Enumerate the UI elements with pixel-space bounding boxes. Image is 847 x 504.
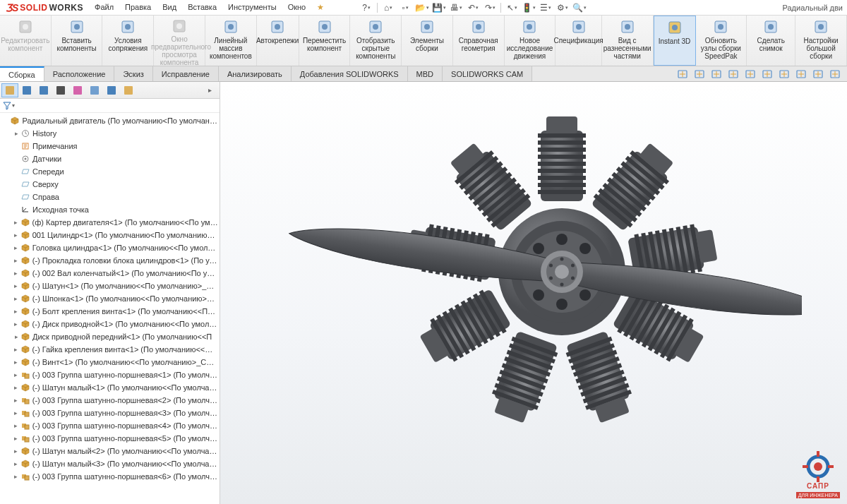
menu-инструменты[interactable]: Инструменты [222, 1, 282, 14]
ribbon-assembly-features-icon[interactable]: Элементы сборки [402, 16, 453, 66]
tree-row[interactable]: ▸(-) 003 Группа шатунно-поршневая<4> (По… [0, 419, 220, 432]
tab-4[interactable]: Анализировать [219, 66, 292, 81]
ribbon-snapshot-icon[interactable]: Сделать снимок [747, 16, 795, 66]
tab-2[interactable]: Эскиз [114, 66, 152, 81]
property-icon[interactable] [18, 83, 35, 97]
expander-icon[interactable]: ▸ [13, 308, 20, 315]
display-icon[interactable] [52, 83, 69, 97]
expander-icon[interactable]: ▸ [13, 130, 20, 137]
select-icon[interactable]: ↖▾ [503, 1, 520, 15]
ribbon-motion-study-icon[interactable]: Новое исследование движения [505, 16, 556, 66]
orient-icon[interactable] [726, 68, 741, 80]
tab-1[interactable]: Расположение [44, 66, 115, 81]
expander-icon[interactable]: ▸ [13, 219, 20, 226]
expander-icon[interactable]: ▸ [13, 435, 20, 442]
new-icon[interactable]: ▫▾ [397, 1, 414, 15]
tab-6[interactable]: MBD [408, 66, 443, 81]
tree-row[interactable]: ▸(ф) Картер двигателя<1> (По умолчанию<<… [0, 216, 220, 229]
tree-row[interactable]: ▸(-) Шатун малый<3> (По умолчанию<<По ум… [0, 457, 220, 470]
expander-icon[interactable]: ▸ [13, 320, 20, 328]
expander-icon[interactable]: ▸ [13, 384, 20, 391]
tree-row[interactable]: ▸Головка цилиндра<1> (По умолчанию<<По у… [0, 241, 220, 254]
zoom-area-icon[interactable] [709, 68, 724, 80]
tree-row[interactable]: ▸(-) 003 Группа шатунно-поршневая<3> (По… [0, 407, 220, 419]
expander-icon[interactable]: ▸ [13, 422, 20, 429]
tree-row[interactable]: Справа [0, 191, 220, 203]
redo-icon[interactable]: ↷▾ [481, 1, 498, 15]
ribbon-show-hidden-icon[interactable]: Отобразить скрытые компоненты [350, 16, 402, 66]
search-icon[interactable]: 🔍▾ [571, 1, 588, 15]
ribbon-linear-pattern-icon[interactable]: Линейный массив компонентов [205, 16, 257, 66]
tree-row[interactable]: ▸(-) 003 Группа шатунно-поршневая<1> (По… [0, 368, 220, 381]
feature-tree-icon[interactable] [1, 83, 18, 97]
expander-icon[interactable]: ▸ [13, 244, 20, 251]
ribbon-speedpak-icon[interactable]: Обновить узлы сборки SpeedPak [696, 16, 747, 66]
tree-row[interactable]: ▸(-) 003 Группа шатунно-поршневая<2> (По… [0, 394, 220, 407]
expander-icon[interactable]: ▸ [13, 448, 20, 455]
options-list-icon[interactable]: ☰▾ [537, 1, 554, 15]
tree-row[interactable]: ▸(-) Шпонка<1> (По умолчанию<<По умолчан… [0, 292, 220, 305]
tree-row[interactable]: ▸(-) Шатун<1> (По умолчанию<<По умолчани… [0, 280, 220, 292]
expander-icon[interactable]: ▸ [13, 460, 20, 467]
tree-row[interactable]: ▸001 Цилиндр<1> (По умолчанию<По умолчан… [0, 229, 220, 241]
expander-icon[interactable]: ▸ [13, 257, 20, 264]
expander-icon[interactable]: ▸ [13, 295, 20, 302]
tree-row[interactable]: ▸(-) 002 Вал коленчатый<1> (По умолчанию… [0, 267, 220, 280]
rebuild-icon[interactable]: 🚦▾ [520, 1, 537, 15]
group-icon[interactable] [120, 83, 137, 97]
tree-row[interactable]: ▸(-) 003 Группа шатунно-поршневая<6> (По… [0, 470, 220, 483]
tree-row[interactable]: Сверху [0, 178, 220, 191]
home-icon[interactable]: ⌂▾ [380, 1, 397, 15]
tree-row[interactable]: Исходная точка [0, 203, 220, 216]
undo-icon[interactable]: ↶▾ [464, 1, 481, 15]
print-icon[interactable]: 🖶▾ [447, 1, 464, 15]
ribbon-bom-icon[interactable]: Спецификация [555, 16, 601, 66]
tab-0[interactable]: Сборка [0, 66, 44, 81]
expander-icon[interactable]: ▸ [13, 333, 20, 340]
ribbon-mate-icon[interactable]: Условия сопряжения [102, 16, 154, 66]
tree-row[interactable]: ▸(-) Гайка крепления винта<1> (По умолча… [0, 343, 220, 356]
ribbon-smart-fasteners-icon[interactable]: Автокрепежи [257, 16, 299, 66]
tree-row[interactable]: ▸History [0, 127, 220, 140]
tree-row[interactable]: Спереди [0, 165, 220, 178]
config-icon[interactable] [35, 83, 52, 97]
menu-вид[interactable]: Вид [157, 1, 182, 14]
tree-row[interactable]: ▸(-) Прокладка головки блока цилиндров<1… [0, 254, 220, 267]
menu-окно[interactable]: Окно [282, 1, 312, 14]
tab-7[interactable]: SOLIDWORKS CAM [443, 66, 532, 81]
display-style-icon[interactable] [743, 68, 758, 80]
save-icon[interactable]: 💾▾ [431, 1, 447, 15]
tree-row[interactable]: ▸Диск приводной передний<1> (По умолчани… [0, 330, 220, 343]
expander-icon[interactable]: ▸ [13, 473, 20, 480]
tree-row[interactable]: ▸(-) Шатун малый<2> (По умолчанию<<По ум… [0, 445, 220, 457]
tree-row[interactable]: ▸(-) Болт крепления винта<1> (По умолчан… [0, 305, 220, 318]
tree-row[interactable]: ▸(-) 003 Группа шатунно-поршневая<5> (По… [0, 432, 220, 445]
ribbon-insert-components-icon[interactable]: Вставить компоненты [52, 16, 103, 66]
expander-icon[interactable]: ▸ [13, 409, 20, 416]
panel-expand-icon[interactable]: ▸ [201, 83, 218, 97]
tab-5[interactable]: Добавления SOLIDWORKS [292, 66, 408, 81]
scene-icon[interactable] [759, 68, 775, 80]
settings-icon[interactable]: ⚙▾ [554, 1, 571, 15]
tree-row[interactable]: Радиальный двигатель (По умолчанию<По ум… [0, 114, 220, 127]
ribbon-ref-geometry-icon[interactable]: Справочная геометрия [453, 16, 505, 66]
tree-row[interactable]: ▸(-) Диск приводной<1> (По умолчанию<<По… [0, 318, 220, 330]
ribbon-large-assembly-icon[interactable]: Настройки большой сборки [795, 16, 847, 66]
help-icon[interactable]: ?▾ [358, 1, 375, 15]
tree-row[interactable]: Датчики [0, 152, 220, 165]
selection-icon[interactable] [86, 83, 103, 97]
filter-icon[interactable] [103, 83, 120, 97]
menu-вставка[interactable]: Вставка [182, 1, 222, 14]
tree-row[interactable]: ▸(-) Шатун малый<1> (По умолчанию<<По ум… [0, 381, 220, 394]
expander-icon[interactable]: ▸ [13, 371, 20, 378]
panel-filter-bar[interactable]: ▾ [0, 99, 220, 113]
section-icon[interactable] [776, 68, 792, 80]
menu-star-icon[interactable]: ★ [311, 1, 330, 14]
expander-icon[interactable]: ▸ [13, 397, 20, 404]
ribbon-exploded-view-icon[interactable]: Вид с разнесенными частями [602, 16, 654, 66]
graphics-viewport[interactable]: САПР ДЛЯ ИНЖЕНЕРА [220, 82, 847, 504]
ribbon-move-component-icon[interactable]: Переместить компонент [299, 16, 351, 66]
appearances-icon[interactable] [69, 83, 86, 97]
menu-правка[interactable]: Правка [119, 1, 157, 14]
tree-row[interactable]: ▸(-) Винт<1> (По умолчанию<<По умолчанию… [0, 356, 220, 368]
